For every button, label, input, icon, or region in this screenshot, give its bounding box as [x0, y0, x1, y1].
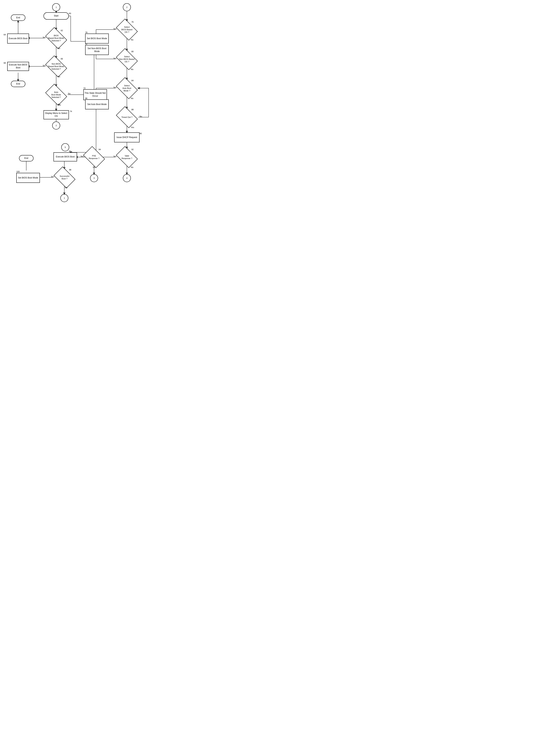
label-60: 60	[69, 12, 71, 15]
no-80: No	[131, 68, 133, 70]
diamond-98-container: SuccessfulBoot ?	[53, 169, 76, 186]
yes-98: Yes	[51, 176, 54, 178]
label-62: 62	[61, 30, 63, 32]
connector-5: 5	[61, 143, 69, 151]
diamond-76-container: SelectBIOS BasedOS ?	[116, 21, 138, 38]
no-62: No	[58, 47, 60, 49]
label-100: 100	[16, 171, 20, 173]
no-88: No	[140, 115, 142, 118]
label-90: 90	[140, 132, 142, 135]
set-bios-boot-mode-78: Set BIOS Boot Mode	[85, 34, 109, 43]
label-76: 76	[132, 21, 134, 23]
label-94: 94	[99, 148, 101, 151]
label-82: 82	[85, 43, 87, 45]
end-1: End	[11, 15, 25, 21]
label-98: 98	[69, 169, 71, 171]
label-86: 86	[85, 97, 87, 99]
execute-bios-boot-96: Execute BIOS Boot	[54, 152, 77, 161]
connector-3: 3	[90, 174, 98, 182]
label-64: 64	[4, 34, 6, 36]
no-66: No	[58, 75, 60, 78]
diamond-88-container: Timed Out ?	[116, 109, 138, 126]
set-auto-boot-mode: Set Auto Boot Mode	[85, 99, 109, 109]
yes-92: Yes	[113, 155, 117, 157]
no-84: No	[131, 97, 133, 99]
diamond-62-container: BIOSBased Boot ModeSelected ?	[45, 30, 67, 47]
label-92: 92	[132, 148, 134, 151]
connector-1-top: 1	[52, 3, 60, 11]
yes-66: Yes	[43, 64, 46, 67]
diamond-94-container: PXEResponse ?	[83, 148, 105, 166]
yes-88: Yes	[131, 126, 134, 129]
label-74: 74	[70, 110, 72, 113]
start-node: Start	[43, 12, 69, 20]
yes-94: Yes	[80, 155, 84, 157]
label-84: 84	[132, 79, 134, 82]
diamond-80-container: SelectNon-BIOS BasedOS ?	[116, 51, 138, 68]
yes-84: Yes	[113, 86, 117, 89]
connector-4: 4	[123, 174, 131, 182]
end-3: End	[19, 155, 34, 161]
label-96: 96	[69, 150, 71, 152]
set-non-bios-boot-mode: Set Non-BIOS Boot Mode	[85, 45, 109, 55]
label-66: 66	[61, 58, 63, 60]
no-92: No	[131, 166, 133, 168]
set-bios-boot-mode-100: Set BIOS Boot Mode	[16, 173, 40, 183]
flowchart-diagram: 1 Start 60 2 End Execute BIOS Boot 64 BI…	[0, 0, 163, 218]
label-80: 80	[132, 51, 134, 53]
connector-2-right: 2	[123, 3, 131, 11]
no-98: No	[65, 187, 67, 189]
yes-70: Yes	[58, 104, 61, 106]
yes-76: Yes	[113, 28, 117, 30]
no-76: No	[131, 39, 133, 41]
diamond-92-container: ValidResponse ?	[116, 148, 138, 166]
diamond-70-container: AutoBoot ModeSelected ?	[45, 86, 67, 103]
execute-non-bios-boot: Execute Non-BIOS Boot	[7, 62, 29, 71]
display-menu-select-os: Display Menu to Select OS	[43, 110, 69, 119]
end-2: End	[11, 81, 25, 87]
label-78: 78	[85, 32, 87, 34]
yes-62: Yes	[43, 36, 46, 38]
no-70: No	[68, 93, 71, 95]
execute-bios-boot-64: Execute BIOS Boot	[7, 34, 29, 43]
yes-80: Yes	[113, 57, 117, 59]
label-68: 68	[4, 62, 6, 64]
label-88: 88	[132, 109, 134, 111]
connector-2-mid: 2	[52, 121, 60, 130]
arrows-svg	[0, 0, 163, 218]
issue-dhcp-request: Issue DHCP Request	[114, 132, 140, 142]
connector-1-bottom: 1	[60, 194, 68, 202]
no-94: No	[93, 166, 95, 168]
diamond-66-container: Non-BIOSBased Boot ModeSelected ?	[45, 58, 67, 75]
diamond-84-container: SelectAuto BootMode ?	[116, 79, 138, 97]
label-72: 72	[83, 87, 85, 89]
